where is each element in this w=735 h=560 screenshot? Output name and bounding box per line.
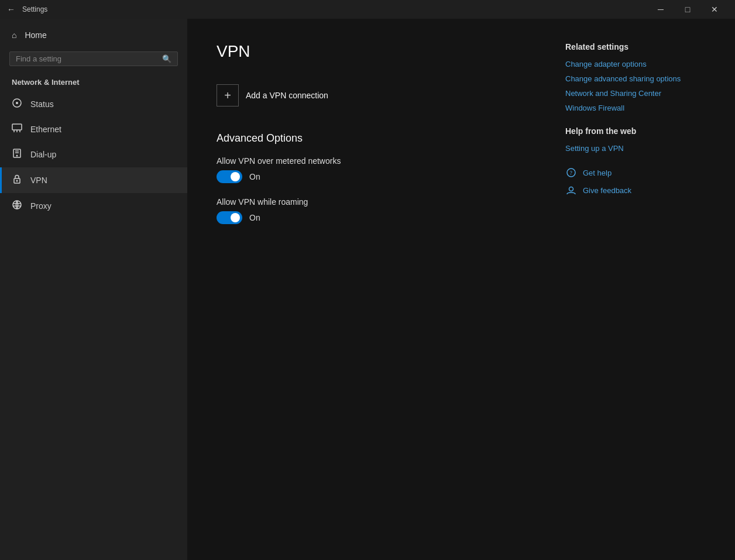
content-main: VPN + Add a VPN connection Advanced Opti… <box>217 42 530 537</box>
help-actions: ? Get help Give feedback <box>565 167 706 196</box>
page-title: VPN <box>217 42 530 61</box>
option-roaming: Allow VPN while roaming On <box>217 197 530 224</box>
svg-point-17 <box>569 187 573 191</box>
toggle-metered[interactable] <box>217 170 242 183</box>
window-title: Settings <box>22 5 647 13</box>
svg-rect-2 <box>12 124 22 130</box>
ethernet-label: Ethernet <box>30 125 61 134</box>
get-help-item[interactable]: ? Get help <box>565 167 706 178</box>
svg-point-7 <box>16 155 18 157</box>
help-from-web-title: Help from the web <box>565 126 706 136</box>
toggle-roaming-row: On <box>217 211 530 224</box>
toggle-roaming[interactable] <box>217 211 242 224</box>
titlebar: ← Settings ─ □ ✕ <box>0 0 735 19</box>
toggle-roaming-state: On <box>249 213 260 222</box>
back-button[interactable]: ← <box>7 5 15 14</box>
give-feedback-icon <box>565 184 577 196</box>
sidebar-item-vpn[interactable]: VPN <box>0 167 187 193</box>
search-input[interactable] <box>16 54 162 63</box>
option-roaming-label: Allow VPN while roaming <box>217 197 530 207</box>
add-vpn-button[interactable]: + Add a VPN connection <box>217 80 328 111</box>
sidebar-item-dialup[interactable]: Dial-up <box>0 142 187 167</box>
svg-text:?: ? <box>570 170 573 176</box>
link-setup-vpn[interactable]: Setting up a VPN <box>565 144 624 153</box>
window-controls: ─ □ ✕ <box>647 0 728 19</box>
option-metered-label: Allow VPN over metered networks <box>217 156 530 166</box>
vpn-icon <box>12 174 22 187</box>
sidebar-item-ethernet[interactable]: Ethernet <box>0 117 187 142</box>
maximize-button[interactable]: □ <box>674 0 701 19</box>
search-box[interactable]: 🔍 <box>9 51 178 66</box>
home-icon: ⌂ <box>12 30 16 40</box>
plus-icon: + <box>217 84 239 106</box>
link-firewall[interactable]: Windows Firewall <box>565 104 624 112</box>
status-label: Status <box>30 99 54 109</box>
get-help-label[interactable]: Get help <box>583 169 612 177</box>
right-panel: Related settings Change adapter options … <box>565 42 706 537</box>
sidebar-item-proxy[interactable]: Proxy <box>0 193 187 219</box>
app-body: ⌂ Home 🔍 Network & Internet Status <box>0 19 735 560</box>
proxy-label: Proxy <box>30 201 51 211</box>
sidebar-item-status[interactable]: Status <box>0 91 187 117</box>
sidebar-home-label: Home <box>25 30 46 40</box>
ethernet-icon <box>12 123 22 135</box>
link-sharing-center[interactable]: Network and Sharing Center <box>565 89 661 98</box>
add-vpn-label: Add a VPN connection <box>246 91 328 100</box>
sidebar-item-home[interactable]: ⌂ Home <box>0 23 187 47</box>
give-feedback-label[interactable]: Give feedback <box>583 186 631 195</box>
toggle-metered-row: On <box>217 170 530 183</box>
link-advanced-sharing[interactable]: Change advanced sharing options <box>565 74 681 83</box>
svg-point-12 <box>13 201 21 209</box>
vpn-label: VPN <box>30 176 47 185</box>
sidebar: ⌂ Home 🔍 Network & Internet Status <box>0 19 187 560</box>
link-adapter-options[interactable]: Change adapter options <box>565 60 647 68</box>
content-area: VPN + Add a VPN connection Advanced Opti… <box>187 19 735 560</box>
related-settings-title: Related settings <box>565 42 706 51</box>
status-icon <box>12 98 22 111</box>
close-button[interactable]: ✕ <box>701 0 728 19</box>
dialup-icon <box>12 148 22 161</box>
toggle-metered-state: On <box>249 172 260 181</box>
option-metered: Allow VPN over metered networks On <box>217 156 530 183</box>
get-help-icon: ? <box>565 167 577 178</box>
minimize-button[interactable]: ─ <box>647 0 674 19</box>
advanced-options-title: Advanced Options <box>217 132 530 145</box>
svg-point-11 <box>16 180 18 182</box>
proxy-icon <box>12 200 22 212</box>
svg-point-1 <box>16 102 18 104</box>
sidebar-section-title: Network & Internet <box>0 75 187 91</box>
dialup-label: Dial-up <box>30 150 56 159</box>
give-feedback-item[interactable]: Give feedback <box>565 184 706 196</box>
search-icon: 🔍 <box>162 54 171 63</box>
